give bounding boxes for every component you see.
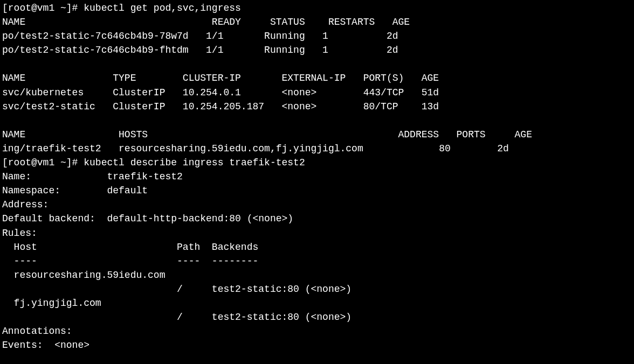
describe-default-backend: Default backend: default-http-backend:80…	[2, 213, 293, 224]
describe-name: Name: traefik-test2	[2, 171, 183, 182]
ings-header: NAME HOSTS ADDRESS PORTS AGE	[2, 129, 532, 140]
describe-annotations: Annotations:	[2, 326, 72, 337]
shell-prompt: [root@vm1 ~]#	[2, 3, 84, 13]
terminal-window[interactable]: [root@vm1 ~]# kubectl get pod,svc,ingres…	[0, 0, 634, 353]
describe-host-2: fj.yingjigl.com	[2, 298, 177, 309]
prompt-line-1: [root@vm1 ~]# kubectl get pod,svc,ingres…	[2, 3, 241, 13]
describe-namespace: Namespace: default	[2, 185, 148, 196]
describe-address: Address:	[2, 199, 107, 210]
describe-rules-divider: ---- ---- --------	[2, 256, 258, 267]
describe-host-1: resourcesharing.59iedu.com	[2, 270, 177, 281]
describe-rules-label: Rules:	[2, 228, 37, 239]
terminal-output: [root@vm1 ~]# kubectl get pod,svc,ingres…	[2, 1, 632, 352]
table-row: svc/kubernetes ClusterIP 10.254.0.1 <non…	[2, 87, 439, 98]
shell-prompt: [root@vm1 ~]#	[2, 157, 84, 168]
table-row: po/test2-static-7c646cb4b9-fhtdm 1/1 Run…	[2, 45, 398, 55]
describe-backend-1: / test2-static:80 (<none>)	[2, 284, 352, 295]
table-row: ing/traefik-test2 resourcesharing.59iedu…	[2, 143, 509, 154]
prompt-line-2: [root@vm1 ~]# kubectl describe ingress t…	[2, 157, 305, 168]
table-row: svc/test2-static ClusterIP 10.254.205.18…	[2, 101, 439, 112]
describe-rules-header: Host Path Backends	[2, 242, 258, 253]
svcs-header: NAME TYPE CLUSTER-IP EXTERNAL-IP PORT(S)…	[2, 73, 439, 83]
command-text: kubectl describe ingress traefik-test2	[84, 157, 305, 168]
describe-events: Events: <none>	[2, 340, 89, 351]
command-text: kubectl get pod,svc,ingress	[84, 3, 241, 13]
table-row: po/test2-static-7c646cb4b9-78w7d 1/1 Run…	[2, 31, 398, 41]
describe-backend-2: / test2-static:80 (<none>)	[2, 312, 352, 323]
pods-header: NAME READY STATUS RESTARTS AGE	[2, 17, 410, 27]
